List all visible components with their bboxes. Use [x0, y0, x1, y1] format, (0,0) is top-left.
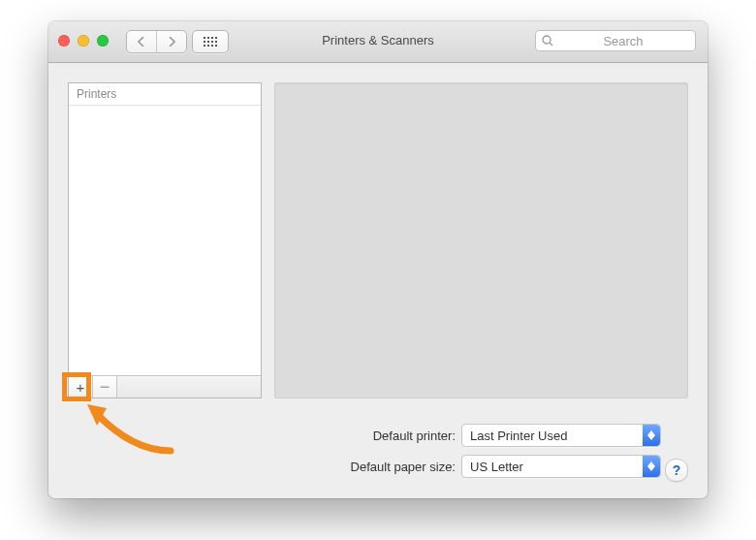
- add-printer-button[interactable]: +: [69, 376, 93, 397]
- default-printer-row: Default printer: Last Printer Used: [320, 424, 661, 447]
- printers-list-footer: + −: [69, 375, 261, 397]
- show-all-button[interactable]: [192, 30, 229, 53]
- window-body: Printers + − Default printer: Last Print…: [48, 63, 708, 498]
- window-controls: [58, 35, 109, 47]
- svg-rect-5: [207, 41, 209, 43]
- printers-list-panel: Printers + −: [68, 82, 262, 398]
- grid-icon: [204, 37, 217, 47]
- chevron-right-icon: [168, 37, 175, 47]
- search-icon: [542, 35, 553, 47]
- popup-stepper-icon: [643, 456, 660, 477]
- default-printer-popup[interactable]: Last Printer Used: [461, 424, 661, 447]
- search-input[interactable]: [557, 33, 689, 49]
- default-paper-size-label: Default paper size:: [320, 460, 456, 474]
- default-paper-size-value: US Letter: [470, 460, 523, 474]
- popup-stepper-icon: [643, 425, 660, 446]
- svg-rect-11: [215, 45, 217, 47]
- preferences-window: Printers & Scanners Printers + − Default…: [48, 21, 708, 498]
- svg-rect-0: [204, 37, 205, 39]
- forward-button[interactable]: [156, 31, 186, 52]
- default-printer-label: Default printer:: [320, 429, 456, 443]
- titlebar: Printers & Scanners: [48, 21, 708, 63]
- svg-rect-1: [207, 37, 209, 39]
- svg-rect-2: [211, 37, 213, 39]
- help-button[interactable]: ?: [665, 459, 688, 482]
- search-field[interactable]: [535, 30, 696, 51]
- svg-rect-9: [207, 45, 209, 47]
- printer-detail-area: [274, 82, 688, 398]
- annotation-arrow-icon: [83, 402, 180, 461]
- default-paper-size-row: Default paper size: US Letter: [320, 455, 661, 478]
- back-button[interactable]: [127, 31, 156, 52]
- svg-rect-8: [204, 45, 205, 47]
- zoom-window-button[interactable]: [97, 35, 109, 47]
- svg-rect-6: [211, 41, 213, 43]
- printers-list-header: Printers: [69, 83, 261, 106]
- minimize-window-button[interactable]: [78, 35, 89, 47]
- chevron-left-icon: [138, 37, 145, 47]
- svg-point-12: [543, 36, 551, 44]
- svg-rect-7: [215, 41, 217, 43]
- svg-rect-3: [215, 37, 217, 39]
- printers-list[interactable]: [69, 106, 261, 375]
- close-window-button[interactable]: [58, 35, 70, 47]
- default-paper-size-popup[interactable]: US Letter: [461, 455, 661, 478]
- svg-rect-10: [211, 45, 213, 47]
- nav-segmented-control: [126, 30, 187, 53]
- default-printer-value: Last Printer Used: [470, 429, 567, 443]
- svg-rect-4: [204, 41, 205, 43]
- svg-line-13: [550, 43, 552, 46]
- remove-printer-button[interactable]: −: [93, 376, 117, 397]
